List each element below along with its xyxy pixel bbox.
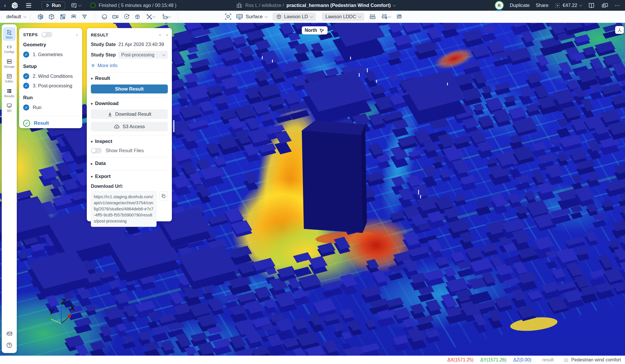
section-open-icon: ▾ [91, 76, 93, 81]
profile-select[interactable]: default [6, 14, 26, 20]
rail-item-label: Configs [4, 50, 14, 54]
status-text: Finished ( 5 minutes ago / 00:15:48 ) [99, 3, 177, 8]
show-result-files-toggle[interactable] [91, 148, 102, 153]
code-icon [6, 44, 12, 49]
axes-widget-toggle-button[interactable] [615, 26, 624, 34]
rail-item-storage[interactable]: Storage [3, 57, 16, 70]
step-post-processing[interactable]: ✓ 3. Post-processing [23, 83, 78, 90]
more-info-link[interactable]: More info [91, 63, 168, 68]
rail-item-main[interactable]: Main [3, 27, 16, 41]
breadcrumb[interactable]: Ros L / wildkatze / practical_hermann (P… [236, 0, 396, 11]
chevron-down-icon [579, 3, 582, 6]
chevron-down-icon [393, 3, 396, 6]
docs-book-icon[interactable] [588, 2, 595, 9]
field-select-lawson-ld[interactable]: Lawson LD [273, 13, 316, 21]
chevron-down-icon [168, 14, 171, 18]
chevron-down-icon [152, 14, 155, 18]
cut-tools-dropdown[interactable] [144, 12, 157, 21]
section-data[interactable]: ▸ Data [91, 157, 168, 166]
rail-item-label: RD [7, 109, 11, 113]
steps-group-geometry: Geometry [23, 42, 78, 48]
duplicate-button[interactable]: Duplicate [510, 3, 530, 8]
step-geometries[interactable]: ✓ 1. Geometries [23, 50, 78, 59]
project-type-label: Pedestrian wind comfort [571, 357, 621, 363]
editor-window-icon [6, 73, 12, 79]
steps-group-setup: Setup [23, 64, 78, 69]
breadcrumb-path: Ros L / wildkatze / [245, 3, 284, 8]
section-download[interactable]: ▾ Download [91, 97, 168, 106]
study-step-select[interactable]: Post-processing [118, 51, 168, 59]
shaded-cube-icon [37, 13, 44, 20]
chevron-down-icon [358, 14, 361, 18]
copy-url-button[interactable] [159, 191, 168, 201]
study-step-label: Study Step [91, 52, 118, 58]
field-select-lawson-lddc[interactable]: Lawson LDDC [322, 13, 364, 21]
layout-grid-button[interactable] [58, 12, 67, 21]
credits-menu[interactable]: €47.22 [555, 3, 582, 8]
rail-item-configs[interactable]: Configs [3, 42, 16, 56]
filter-button[interactable] [80, 12, 89, 21]
fit-view-button[interactable] [224, 12, 232, 21]
logs-dropdown-button[interactable] [71, 2, 81, 9]
next-result-button[interactable]: › [166, 32, 168, 38]
rotate-view-button[interactable] [122, 12, 131, 21]
fit-view-icon [225, 13, 232, 20]
avatar-active-indicator [495, 10, 503, 11]
section-inspect[interactable]: ▾ Inspect [91, 135, 168, 144]
streamlines-button[interactable] [69, 12, 78, 21]
study-step-value: Post-processing [121, 52, 155, 58]
section-open-icon: ▾ [91, 139, 93, 144]
more-options-button[interactable]: ⋯ [615, 2, 620, 9]
study-date-label: Study Date [91, 42, 118, 47]
toolbar-separator [178, 13, 178, 21]
rail-item-results[interactable]: Results [3, 86, 16, 100]
show-result-button[interactable]: Show Result [91, 84, 168, 93]
rail-item-rd[interactable]: RD [3, 101, 16, 115]
profile-value: default [6, 14, 21, 20]
legend-button[interactable] [395, 12, 404, 21]
section-result[interactable]: ▾ Result [91, 72, 168, 81]
back-icon[interactable]: ‹ [1, 2, 9, 9]
avatar-initial: R [498, 3, 501, 8]
shaded-cube-view-button[interactable] [36, 12, 45, 21]
top-bar: ‹ Run [0, 0, 625, 11]
steps-toggle[interactable] [41, 32, 52, 37]
credits-amount: €47.22 [563, 3, 577, 8]
app-logo-dice-icon[interactable] [10, 1, 19, 10]
hamburger-menu-icon[interactable] [26, 3, 31, 8]
step-result[interactable]: ✓ Result [23, 120, 78, 127]
ruler-button[interactable] [368, 12, 377, 21]
north-compass-button[interactable]: North [302, 26, 328, 34]
share-button[interactable]: Share [536, 3, 549, 8]
help-icon[interactable] [6, 342, 12, 348]
box-icon [134, 14, 141, 20]
prev-result-button[interactable]: ‹ [159, 32, 161, 38]
bounding-box-button[interactable] [133, 12, 142, 21]
feedback-mail-icon[interactable] [6, 331, 13, 337]
viewport-3d[interactable]: Z Y X North Main [0, 23, 625, 356]
download-url-value[interactable]: https://rc1.staging.dicehub.com/api/v1/s… [91, 191, 157, 227]
display-mode-select[interactable]: Surface [236, 13, 267, 20]
wireframe-cube-view-button[interactable] [47, 12, 56, 21]
section-export[interactable]: ▾ Export [91, 170, 168, 179]
download-icon [107, 112, 113, 117]
delta-y-readout: ΔY(1571.26) [480, 357, 506, 363]
collapse-panel-icon[interactable]: « [76, 32, 78, 37]
utilities-dropdown[interactable] [159, 12, 172, 21]
run-button[interactable]: Run [42, 1, 65, 10]
camera-button[interactable] [111, 12, 120, 21]
play-icon [46, 3, 50, 7]
chevron-down-icon [264, 14, 268, 18]
measure-tools-dropdown[interactable] [379, 12, 393, 21]
user-avatar[interactable]: R [495, 1, 504, 10]
rail-item-editor[interactable]: Editor [3, 71, 16, 85]
s3-access-button[interactable]: S3 Access [91, 122, 168, 131]
buildings-icon [563, 357, 569, 363]
clip-sphere-button[interactable] [100, 12, 109, 21]
step-check-icon: ✓ [23, 83, 29, 89]
download-result-button[interactable]: Download Result [91, 109, 168, 119]
main-tower-building [302, 120, 367, 233]
step-wind-conditions[interactable]: ✓ 2. Wind Conditions [23, 72, 78, 79]
step-run[interactable]: ✓ Run [23, 103, 78, 112]
screen-share-icon[interactable] [601, 2, 609, 9]
